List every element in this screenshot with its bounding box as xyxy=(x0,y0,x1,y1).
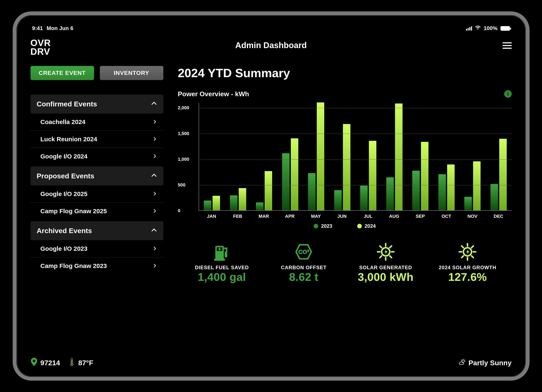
chevron-up-icon xyxy=(151,172,157,180)
svg-line-22 xyxy=(472,246,473,247)
chevron-up-icon xyxy=(151,227,157,235)
inventory-button[interactable]: INVENTORY xyxy=(100,66,163,80)
x-tick-label: JUL xyxy=(357,214,379,219)
menu-icon[interactable] xyxy=(503,41,512,50)
chart-plot xyxy=(199,103,512,211)
chart-y-axis: 05001,0001,5002,000 xyxy=(178,103,195,211)
bar-2024 xyxy=(395,104,402,210)
bar-group xyxy=(253,171,275,210)
bar-2024 xyxy=(239,188,246,210)
bar-2024 xyxy=(447,164,455,210)
footer-weather-text: Partly Sunny xyxy=(469,359,512,367)
bar-group xyxy=(435,164,457,210)
legend-dot-icon xyxy=(357,224,362,228)
x-tick-label: OCT xyxy=(435,214,457,219)
section-archived-events: Archived Events Google I/O 2023 Camp Flo… xyxy=(31,221,163,274)
bar-group xyxy=(383,104,405,210)
x-tick-label: JUN xyxy=(331,214,353,219)
chevron-right-icon xyxy=(152,262,157,270)
svg-line-20 xyxy=(462,246,463,247)
svg-line-14 xyxy=(380,256,382,257)
event-label: Google I/O 2025 xyxy=(40,191,88,197)
x-tick-label: APR xyxy=(279,214,301,219)
status-left: 9:41 Mon Jun 6 xyxy=(32,25,73,32)
chevron-right-icon xyxy=(152,118,157,126)
x-tick-label: DEC xyxy=(488,214,509,219)
footer-location[interactable]: 97214 xyxy=(31,358,60,368)
bar-group xyxy=(331,124,353,210)
event-label: Google I/O 2024 xyxy=(40,153,88,160)
logo-line1: OVR xyxy=(31,39,51,47)
section-title: Confirmed Events xyxy=(37,100,97,108)
chart-x-axis: JANFEBMARAPRMAYJUNJULAUGSEPOCTNOVDEC xyxy=(199,214,512,219)
x-tick-label: FEB xyxy=(227,214,249,219)
bar-2024 xyxy=(369,141,376,210)
content: 2024 YTD Summary Power Overview - kWh i … xyxy=(178,66,512,356)
bar-2024 xyxy=(317,102,324,210)
bar-2023 xyxy=(491,184,498,210)
section-title: Archived Events xyxy=(37,227,92,235)
legend-item-2023: 2023 xyxy=(314,223,332,229)
legend-label: 2023 xyxy=(321,223,332,229)
battery-icon xyxy=(500,26,510,31)
section-header-confirmed[interactable]: Confirmed Events xyxy=(31,95,163,113)
chart-legend: 2023 2024 xyxy=(178,223,512,229)
kpi-label: CARBON OFFSET xyxy=(264,265,344,270)
sidebar-item-google-io-2024[interactable]: Google I/O 2024 xyxy=(31,148,163,165)
svg-point-27 xyxy=(71,364,72,365)
bar-group xyxy=(410,142,431,210)
battery-percent: 100% xyxy=(484,25,498,32)
bar-2023 xyxy=(464,197,472,210)
sidebar-item-coachella-2024[interactable]: Coachella 2024 xyxy=(31,113,163,131)
status-right: 100% xyxy=(466,25,510,32)
chart-title: Power Overview - kWh xyxy=(178,90,249,98)
legend-label: 2024 xyxy=(365,223,376,229)
sidebar-item-luck-reunion-2024[interactable]: Luck Reunion 2024 xyxy=(31,131,163,148)
section-header-archived[interactable]: Archived Events xyxy=(31,221,163,240)
summary-title: 2024 YTD Summary xyxy=(178,66,512,80)
x-tick-label: MAR xyxy=(253,214,275,219)
app-header: OVR DRV Admin Dashboard xyxy=(31,39,512,56)
kpi-solar-generated: SOLAR GENERATED 3,000 kWh xyxy=(346,241,426,283)
info-icon[interactable]: i xyxy=(504,90,512,98)
kpi-label: 2024 SOLAR GROWTH xyxy=(428,265,508,270)
chevron-right-icon xyxy=(152,136,157,143)
bar-group xyxy=(358,141,379,210)
sidebar-item-google-io-2023[interactable]: Google I/O 2023 xyxy=(31,240,163,257)
bar-2024 xyxy=(265,171,272,210)
section-header-proposed[interactable]: Proposed Events xyxy=(31,167,163,185)
footer-left: 97214 87°F xyxy=(31,358,93,368)
kpi-label: DIESEL FUEL SAVED xyxy=(182,265,262,270)
x-tick-label: NOV xyxy=(461,214,483,219)
bar-2023 xyxy=(386,177,394,210)
bar-2024 xyxy=(421,142,428,210)
sidebar-item-google-io-2025[interactable]: Google I/O 2025 xyxy=(31,185,163,203)
wifi-icon xyxy=(475,25,481,32)
bar-group xyxy=(462,161,483,210)
bar-2023 xyxy=(412,171,420,210)
bar-2023 xyxy=(230,195,238,210)
logo-line2: DRV xyxy=(31,47,51,56)
sidebar-item-camp-flog-gnaw-2023[interactable]: Camp Flog Gnaw 2023 xyxy=(31,257,163,274)
svg-rect-3 xyxy=(214,259,225,260)
chevron-right-icon xyxy=(152,208,157,215)
fuel-pump-icon: $ xyxy=(182,241,262,262)
svg-text:CO²: CO² xyxy=(298,249,309,255)
footer-temperature: 87°F xyxy=(68,358,93,368)
event-label: Camp Flog Gnaw 2025 xyxy=(40,208,107,215)
kpi-solar-growth: 2024 SOLAR GROWTH 127.6% xyxy=(428,241,508,283)
location-pin-icon xyxy=(31,358,38,368)
section-proposed-events: Proposed Events Google I/O 2025 Camp Flo… xyxy=(31,167,163,220)
bar-2024 xyxy=(499,139,507,210)
legend-item-2024: 2024 xyxy=(357,223,376,229)
kpi-carbon-offset: CO² CARBON OFFSET 8.62 t xyxy=(264,241,344,283)
gridline xyxy=(199,108,512,108)
page-title: Admin Dashboard xyxy=(235,41,307,50)
bar-2023 xyxy=(282,153,290,210)
bar-2023 xyxy=(360,186,368,210)
event-label: Google I/O 2023 xyxy=(40,245,88,252)
gridline xyxy=(199,159,512,160)
create-event-button[interactable]: CREATE EVENT xyxy=(31,66,94,80)
sidebar-item-camp-flog-gnaw-2025[interactable]: Camp Flog Gnaw 2025 xyxy=(31,203,163,220)
bar-2024 xyxy=(291,138,298,210)
